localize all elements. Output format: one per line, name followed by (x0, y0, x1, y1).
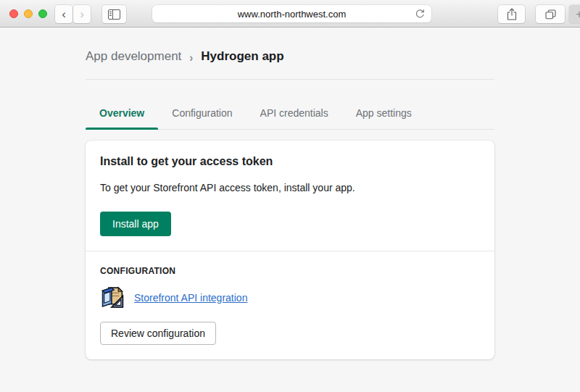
configuration-section: CONFIGURATION (86, 251, 494, 359)
install-card-description: To get your Storefront API access token,… (100, 180, 480, 195)
tab-label: Configuration (172, 107, 232, 119)
install-card: Install to get your access token To get … (86, 141, 494, 359)
breadcrumb-app-development[interactable]: App development (86, 49, 181, 64)
configuration-heading: CONFIGURATION (100, 266, 480, 276)
tab-bar: Overview Configuration API credentials A… (86, 99, 494, 130)
address-bar[interactable]: www.north-northwest.com (152, 5, 431, 22)
browser-toolbar: ‹ › www.north-northwest.com (0, 0, 580, 28)
share-button[interactable] (498, 5, 525, 23)
breadcrumb: App development › Hydrogen app (86, 28, 494, 64)
tab-configuration[interactable]: Configuration (158, 99, 246, 129)
install-section: Install to get your access token To get … (86, 141, 494, 251)
forward-button[interactable]: › (73, 5, 91, 23)
tab-label: App settings (356, 107, 412, 119)
close-window-button[interactable] (9, 9, 18, 18)
page-body: App development › Hydrogen app Overview … (0, 28, 580, 392)
install-app-button[interactable]: Install app (100, 212, 171, 236)
tab-api-credentials[interactable]: API credentials (246, 99, 342, 129)
tabs-overview-icon (545, 9, 556, 20)
reload-button[interactable] (415, 9, 425, 21)
chevron-right-icon: › (80, 7, 84, 22)
share-icon (507, 8, 517, 20)
breadcrumb-chevron-icon: › (189, 49, 193, 64)
tab-label: API credentials (260, 107, 328, 119)
back-button[interactable]: ‹ (55, 5, 72, 23)
show-tabs-button[interactable] (536, 5, 565, 23)
sidebar-icon (108, 9, 120, 20)
storefront-api-pixel-icon (100, 285, 126, 309)
minimize-window-button[interactable] (24, 9, 33, 18)
tab-overview[interactable]: Overview (86, 99, 158, 129)
reload-icon (415, 9, 425, 19)
new-tab-button[interactable]: + (569, 5, 580, 23)
plus-icon: + (576, 8, 580, 21)
tab-app-settings[interactable]: App settings (342, 99, 426, 129)
sidebar-toggle-button[interactable] (102, 5, 126, 23)
tab-label: Overview (99, 107, 144, 119)
install-card-title: Install to get your access token (100, 155, 480, 168)
page-title: Hydrogen app (201, 49, 283, 64)
url-text: www.north-northwest.com (238, 9, 347, 20)
chevron-left-icon: ‹ (62, 7, 66, 22)
breadcrumb-divider (86, 79, 494, 80)
zoom-window-button[interactable] (38, 9, 47, 18)
storefront-api-integration-link[interactable]: Storefront API integration (134, 292, 247, 304)
review-configuration-button[interactable]: Review configuration (100, 322, 216, 345)
